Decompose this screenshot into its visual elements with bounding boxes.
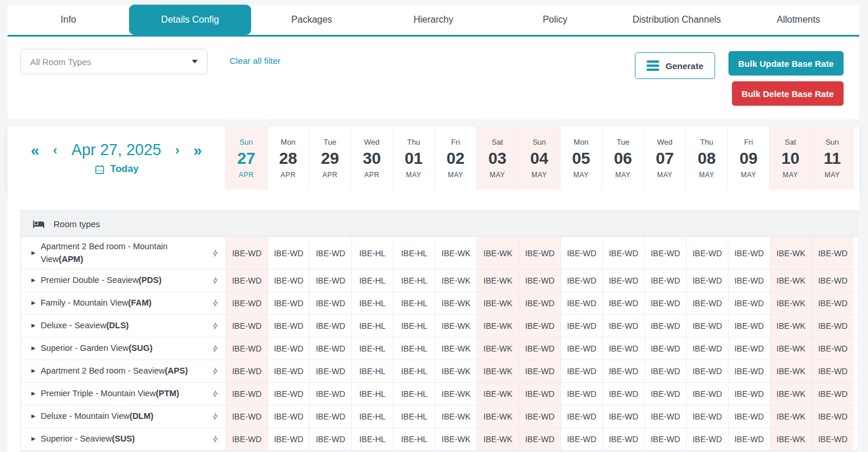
rate-cell[interactable]: IBE-HL bbox=[393, 383, 435, 405]
quick-edit-bolt[interactable] bbox=[205, 237, 226, 269]
rate-cell[interactable]: IBE-WD bbox=[602, 237, 644, 269]
rate-cell[interactable]: IBE-WD bbox=[519, 237, 560, 269]
rate-cell[interactable]: IBE-HL bbox=[351, 360, 393, 382]
rate-cell[interactable]: IBE-WD bbox=[560, 383, 602, 405]
tab-distribution-channels[interactable]: Distribution Channels bbox=[616, 5, 737, 35]
rate-cell[interactable]: IBE-WD bbox=[728, 237, 770, 269]
tab-info[interactable]: Info bbox=[8, 5, 129, 35]
rate-cell[interactable]: IBE-WD bbox=[226, 406, 267, 428]
rate-cell[interactable]: IBE-WK bbox=[435, 292, 477, 314]
expand-arrow-icon[interactable]: ▶ bbox=[31, 390, 35, 398]
rate-cell[interactable]: IBE-HL bbox=[393, 406, 435, 428]
rate-cell[interactable]: IBE-WD bbox=[226, 428, 267, 450]
rate-cell[interactable]: IBE-WD bbox=[560, 428, 602, 450]
rate-cell[interactable]: IBE-WD bbox=[602, 383, 644, 405]
rate-cell[interactable]: IBE-WK bbox=[435, 406, 477, 428]
rate-cell[interactable]: IBE-HL bbox=[351, 383, 393, 405]
rate-cell[interactable]: IBE-WD bbox=[812, 338, 853, 360]
rate-cell[interactable]: IBE-WD bbox=[309, 428, 351, 450]
rate-cell[interactable]: IBE-WK bbox=[477, 428, 519, 450]
rate-cell[interactable]: IBE-WD bbox=[686, 237, 728, 269]
rate-cell[interactable]: IBE-WD bbox=[560, 406, 602, 428]
rate-cell[interactable]: IBE-WD bbox=[812, 383, 853, 405]
rate-cell[interactable]: IBE-HL bbox=[351, 338, 393, 360]
rate-cell[interactable]: IBE-WD bbox=[267, 270, 309, 292]
rate-cell[interactable]: IBE-WD bbox=[728, 292, 770, 314]
expand-arrow-icon[interactable]: ▶ bbox=[31, 345, 35, 353]
rate-cell[interactable]: IBE-WD bbox=[267, 360, 309, 382]
rate-cell[interactable]: IBE-WD bbox=[560, 237, 602, 269]
quick-edit-bolt[interactable] bbox=[205, 428, 226, 450]
rate-cell[interactable]: IBE-WK bbox=[477, 315, 519, 337]
rate-cell[interactable]: IBE-WK bbox=[770, 428, 812, 450]
rate-cell[interactable]: IBE-WD bbox=[519, 338, 560, 360]
rate-cell[interactable]: IBE-HL bbox=[351, 292, 393, 314]
rate-cell[interactable]: IBE-WD bbox=[644, 315, 686, 337]
quick-edit-bolt[interactable] bbox=[205, 406, 226, 428]
expand-arrow-icon[interactable]: ▶ bbox=[31, 299, 35, 307]
quick-edit-bolt[interactable] bbox=[205, 292, 226, 314]
quick-edit-bolt[interactable] bbox=[205, 270, 226, 292]
rate-cell[interactable]: IBE-WD bbox=[309, 270, 351, 292]
current-date-label[interactable]: Apr 27, 2025 bbox=[72, 141, 162, 159]
rate-cell[interactable]: IBE-WK bbox=[770, 360, 812, 382]
rate-cell[interactable]: IBE-WD bbox=[226, 360, 267, 382]
rate-cell[interactable]: IBE-WD bbox=[728, 383, 770, 405]
rate-cell[interactable]: IBE-WK bbox=[770, 292, 812, 314]
rate-cell[interactable]: IBE-WD bbox=[267, 292, 309, 314]
rate-cell[interactable]: IBE-WD bbox=[226, 292, 267, 314]
rate-cell[interactable]: IBE-HL bbox=[393, 428, 435, 450]
rate-cell[interactable]: IBE-WD bbox=[519, 360, 560, 382]
rate-cell[interactable]: IBE-WD bbox=[728, 315, 770, 337]
expand-arrow-icon[interactable]: ▶ bbox=[31, 322, 35, 330]
rate-cell[interactable]: IBE-HL bbox=[393, 237, 435, 269]
rate-cell[interactable]: IBE-WD bbox=[686, 406, 728, 428]
rate-cell[interactable]: IBE-WD bbox=[560, 292, 602, 314]
rate-cell[interactable]: IBE-WD bbox=[812, 270, 853, 292]
rate-cell[interactable]: IBE-WD bbox=[267, 237, 309, 269]
lightning-bolt-icon[interactable] bbox=[212, 434, 219, 444]
expand-arrow-icon[interactable]: ▶ bbox=[31, 435, 35, 443]
rate-cell[interactable]: IBE-WD bbox=[812, 428, 853, 450]
rate-cell[interactable]: IBE-WD bbox=[267, 315, 309, 337]
rate-cell[interactable]: IBE-WD bbox=[309, 237, 351, 269]
tab-policy[interactable]: Policy bbox=[494, 5, 616, 35]
rate-cell[interactable]: IBE-WD bbox=[560, 360, 602, 382]
expand-arrow-icon[interactable]: ▶ bbox=[31, 367, 35, 375]
rate-cell[interactable]: IBE-WD bbox=[686, 270, 728, 292]
rate-cell[interactable]: IBE-WD bbox=[644, 338, 686, 360]
today-button[interactable]: Today bbox=[94, 163, 139, 175]
rate-cell[interactable]: IBE-WK bbox=[477, 406, 519, 428]
rate-cell[interactable]: IBE-WD bbox=[519, 428, 560, 450]
clear-all-filter-link[interactable]: Clear all filter bbox=[230, 56, 281, 66]
bulk-update-base-rate-button[interactable]: Bulk Update Base Rate bbox=[728, 51, 844, 76]
rate-cell[interactable]: IBE-WD bbox=[519, 383, 560, 405]
expand-arrow-icon[interactable]: ▶ bbox=[31, 412, 35, 421]
rate-cell[interactable]: IBE-WD bbox=[812, 315, 853, 337]
rate-cell[interactable]: IBE-WD bbox=[226, 338, 267, 360]
rate-cell[interactable]: IBE-WD bbox=[226, 270, 267, 292]
rate-cell[interactable]: IBE-WD bbox=[812, 237, 853, 269]
rate-cell[interactable]: IBE-WD bbox=[226, 383, 267, 405]
quick-edit-bolt[interactable] bbox=[205, 315, 226, 337]
rate-cell[interactable]: IBE-WD bbox=[686, 338, 728, 360]
rate-cell[interactable]: IBE-WD bbox=[644, 406, 686, 428]
rate-cell[interactable]: IBE-WK bbox=[477, 292, 519, 314]
rate-cell[interactable]: IBE-WD bbox=[686, 315, 728, 337]
rate-cell[interactable]: IBE-HL bbox=[393, 292, 435, 314]
rate-cell[interactable]: IBE-WK bbox=[770, 338, 812, 360]
rate-cell[interactable]: IBE-WD bbox=[602, 315, 644, 337]
rate-cell[interactable]: IBE-HL bbox=[351, 428, 393, 450]
rate-cell[interactable]: IBE-WD bbox=[728, 338, 770, 360]
tab-allotments[interactable]: Allotments bbox=[738, 5, 859, 35]
rate-cell[interactable]: IBE-WD bbox=[267, 406, 309, 428]
prev-day-icon[interactable]: ‹ bbox=[53, 144, 57, 157]
rate-cell[interactable]: IBE-WD bbox=[686, 428, 728, 450]
lightning-bolt-icon[interactable] bbox=[212, 275, 219, 286]
rate-cell[interactable]: IBE-WD bbox=[309, 315, 351, 337]
rate-cell[interactable]: IBE-WK bbox=[770, 406, 812, 428]
rate-cell[interactable]: IBE-WD bbox=[728, 406, 770, 428]
rate-cell[interactable]: IBE-WD bbox=[267, 338, 309, 360]
rate-cell[interactable]: IBE-WD bbox=[812, 292, 853, 314]
rate-cell[interactable]: IBE-WD bbox=[644, 237, 686, 269]
